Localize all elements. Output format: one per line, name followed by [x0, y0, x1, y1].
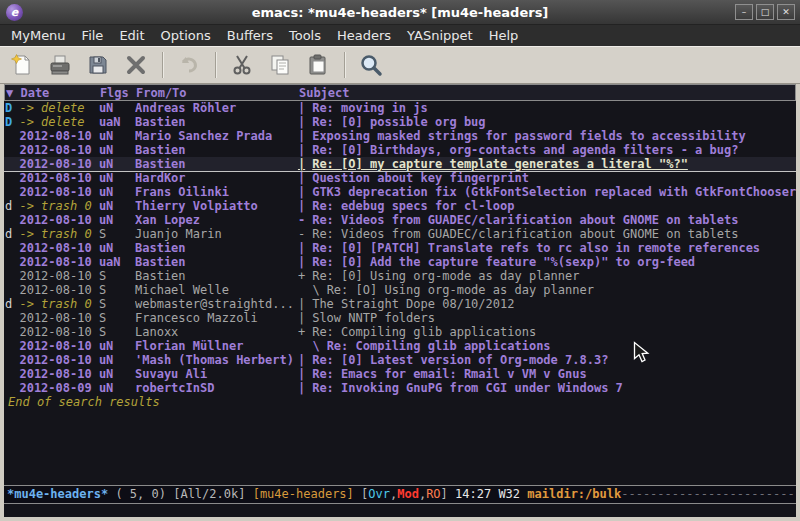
copy-button[interactable] — [264, 49, 296, 81]
message-date: 2012-08-10 — [19, 269, 91, 283]
message-flags: uN — [99, 367, 135, 381]
message-row[interactable]: d -> trash 0 S webmaster@straightd... | … — [4, 297, 796, 311]
menu-item-options[interactable]: Options — [153, 26, 219, 45]
mark-char — [5, 185, 19, 199]
message-flags: uaN — [99, 255, 135, 269]
close-buffer-button[interactable] — [120, 49, 152, 81]
thread-prefix-icon: | — [298, 157, 305, 171]
title-bar[interactable]: e emacs: *mu4e-headers* [mu4e-headers] –… — [0, 0, 800, 25]
message-from: Mario Sanchez Prada — [135, 129, 294, 143]
menu-bar: MyMenuFileEditOptionsBuffersToolsHeaders… — [0, 25, 800, 46]
message-row[interactable]: 2012-08-10 uN HardKor | Question about k… — [4, 171, 796, 185]
menu-item-file[interactable]: File — [74, 26, 112, 45]
sort-indicator-icon[interactable]: ▼ — [6, 86, 20, 100]
message-date: 2012-08-10 — [19, 255, 91, 269]
column-header-subject: Subject — [299, 86, 350, 100]
message-flags: uN — [99, 381, 135, 395]
message-row[interactable]: D -> delete uaN Bastien | Re: [0] possib… — [4, 115, 796, 129]
message-row[interactable]: 2012-08-10 uN Xan Lopez - Re: Videos fro… — [4, 213, 796, 227]
message-row[interactable]: 2012-08-10 S Francesco Mazzoli | Slow NN… — [4, 311, 796, 325]
mark-char — [5, 171, 19, 185]
menu-item-mymenu[interactable]: MyMenu — [3, 26, 74, 45]
close-button[interactable]: ✕ — [777, 4, 795, 20]
undo-button[interactable] — [173, 49, 205, 81]
menu-item-headers[interactable]: Headers — [329, 26, 399, 45]
minimize-button[interactable]: – — [735, 4, 753, 20]
mark-char: d — [5, 227, 19, 241]
message-subject: Re: Videos from GUADEC/clarification abo… — [312, 227, 796, 241]
emacs-icon[interactable]: e — [6, 4, 23, 21]
column-header-date[interactable]: Date — [20, 86, 92, 100]
message-flags: S — [99, 283, 135, 297]
message-subject: The Straight Dope 08/10/2012 — [312, 297, 796, 311]
message-subject: GTK3 deprecation fix (GtkFontSelection r… — [312, 185, 796, 199]
message-from: webmaster@straightd... — [135, 297, 294, 311]
message-date: -> trash 0 — [19, 227, 91, 241]
message-row[interactable]: 2012-08-10 uN Bastien | Re: [0] [PATCH] … — [4, 241, 796, 255]
message-row[interactable]: d -> trash 0 uN Thierry Volpiatto | Re: … — [4, 199, 796, 213]
message-row[interactable]: 2012-08-10 uN Mario Sanchez Prada | Expo… — [4, 129, 796, 143]
message-date: -> delete — [19, 101, 91, 115]
thread-prefix-icon: | — [298, 311, 305, 325]
message-row[interactable]: 2012-08-10 uN Suvayu Ali | Re: Emacs for… — [4, 367, 796, 381]
message-subject: Re: [0] [PATCH] Translate refs to rc als… — [312, 241, 796, 255]
message-row[interactable]: 2012-08-10 uN Frans Oilinki | GTK3 depre… — [4, 185, 796, 199]
message-date: 2012-08-10 — [19, 339, 91, 353]
echo-area[interactable] — [4, 504, 796, 517]
message-row[interactable]: 2012-08-10 S Bastien + Re: [0] Using org… — [4, 269, 796, 283]
open-button[interactable] — [44, 49, 76, 81]
message-row[interactable]: 2012-08-10 uN Bastien | Re: [O] my captu… — [4, 157, 796, 171]
thread-prefix-icon: - — [298, 227, 305, 241]
message-subject: Re: Emacs for email: Rmail v VM v Gnus — [312, 367, 796, 381]
message-date: -> delete — [19, 115, 91, 129]
message-row[interactable]: 2012-08-10 uN 'Mash (Thomas Herbert) | R… — [4, 353, 796, 367]
menu-item-help[interactable]: Help — [481, 26, 527, 45]
thread-prefix-icon: | — [298, 367, 305, 381]
menu-item-tools[interactable]: Tools — [281, 26, 329, 45]
message-subject: Re: [0] Using org-mode as day planner — [312, 269, 796, 283]
message-from: Bastien — [135, 115, 294, 129]
message-from: Bastien — [135, 269, 294, 283]
message-row[interactable]: 2012-08-10 uN Bastien | Re: [0] Birthday… — [4, 143, 796, 157]
message-from: Bastien — [135, 157, 294, 171]
message-flags: uN — [99, 143, 135, 157]
menu-item-yasnippet[interactable]: YASnippet — [399, 26, 481, 45]
thread-prefix-icon: + — [298, 325, 305, 339]
message-flags: S — [99, 269, 135, 283]
mark-char — [5, 339, 19, 353]
mark-char — [5, 255, 19, 269]
menu-item-edit[interactable]: Edit — [111, 26, 152, 45]
message-flags: uN — [99, 129, 135, 143]
message-from: Lanoxx — [135, 325, 294, 339]
message-subject: Slow NNTP folders — [312, 311, 796, 325]
message-row[interactable]: d -> trash 0 S Juanjo Marin - Re: Videos… — [4, 227, 796, 241]
message-subject: Re: [O] Using org-mode as day planner — [327, 283, 796, 297]
new-file-button[interactable] — [6, 49, 38, 81]
thread-prefix-icon: + — [298, 269, 305, 283]
cut-button[interactable] — [226, 49, 258, 81]
maximize-button[interactable]: □ — [756, 4, 774, 20]
frame: ▼ Date Flgs From/To Subject D -> delete … — [0, 84, 800, 521]
message-row[interactable]: 2012-08-10 uaN Bastien | Re: [0] Add the… — [4, 255, 796, 269]
mark-char — [5, 213, 19, 227]
modeline-segment: [mu4e-headers] — [253, 487, 354, 501]
message-subject: Exposing masked strings for password fie… — [312, 129, 796, 143]
message-row[interactable]: 2012-08-10 uN Florian Müllner \ Re: Comp… — [4, 339, 796, 353]
thread-prefix-icon: | — [298, 129, 305, 143]
mark-char — [5, 367, 19, 381]
message-subject: Re: edebug specs for cl-loop — [312, 199, 796, 213]
message-row[interactable]: 2012-08-10 S Lanoxx + Re: Compiling glib… — [4, 325, 796, 339]
message-row[interactable]: 2012-08-09 uN robertcInSD | Re: Invoking… — [4, 381, 796, 395]
message-from: Florian Müllner — [135, 339, 294, 353]
menu-item-buffers[interactable]: Buffers — [219, 26, 281, 45]
mode-line[interactable]: *mu4e-headers* ( 5, 0) [All/2.0k] [mu4e-… — [4, 485, 796, 504]
thread-prefix-icon: | — [298, 381, 305, 395]
thread-prefix-icon: | — [298, 115, 305, 129]
save-button[interactable] — [82, 49, 114, 81]
modeline-segment: -------------------------------- — [621, 487, 796, 501]
message-row[interactable]: D -> delete uN Andreas Röhler | Re: movi… — [4, 101, 796, 115]
paste-button[interactable] — [302, 49, 334, 81]
search-button[interactable] — [355, 49, 387, 81]
message-flags: S — [99, 311, 135, 325]
message-row[interactable]: 2012-08-10 S Michael Welle \ Re: [O] Usi… — [4, 283, 796, 297]
